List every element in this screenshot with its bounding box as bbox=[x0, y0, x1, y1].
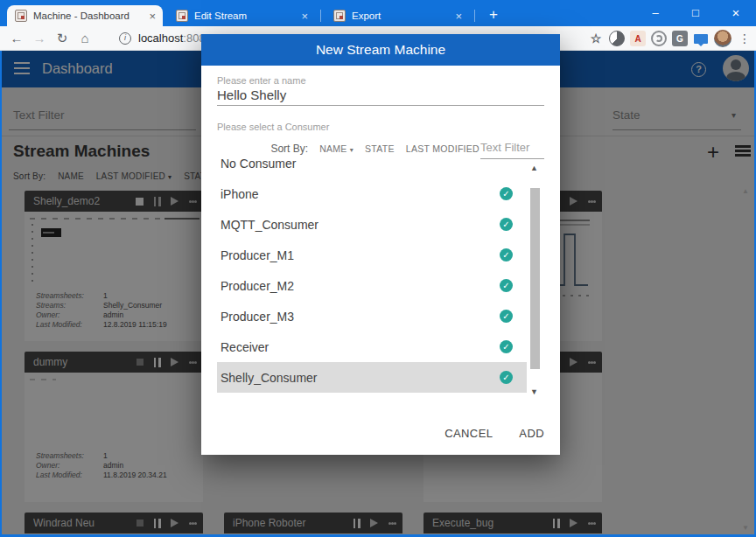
check-icon: ✓ bbox=[500, 371, 513, 384]
consumer-select-label: Please select a Consumer bbox=[217, 122, 329, 132]
url-host: localhost bbox=[138, 31, 183, 45]
check-icon: ✓ bbox=[500, 248, 513, 262]
add-button[interactable]: ADD bbox=[519, 427, 544, 440]
tab-export[interactable]: Export × bbox=[326, 5, 469, 26]
consumer-row-no-consumer[interactable]: No Consumer bbox=[217, 157, 527, 178]
forward-icon[interactable]: → bbox=[28, 31, 51, 45]
browser-window: Machine - Dashboard × Edit Stream × Expo… bbox=[0, 0, 756, 537]
list-scroll-down-icon[interactable]: ▼ bbox=[530, 387, 538, 396]
tab-close-icon[interactable]: × bbox=[149, 10, 156, 23]
window-close-button[interactable]: × bbox=[716, 0, 756, 26]
tab-title: Machine - Dashboard bbox=[33, 10, 143, 21]
dialog-actions: CANCEL ADD bbox=[444, 427, 544, 440]
back-icon[interactable]: ← bbox=[5, 31, 28, 45]
tab-title: Export bbox=[352, 10, 449, 21]
check-icon: ✓ bbox=[500, 340, 513, 353]
browser-profile-avatar[interactable] bbox=[714, 30, 732, 47]
tab-separator bbox=[474, 10, 475, 22]
list-scroll-up-icon[interactable]: ▲ bbox=[530, 164, 538, 172]
browser-titlebar: Machine - Dashboard × Edit Stream × Expo… bbox=[0, 0, 756, 26]
check-icon: ✓ bbox=[500, 310, 513, 323]
extension-swirl-icon[interactable] bbox=[651, 31, 667, 46]
consumer-row-iphone[interactable]: iPhone✓ bbox=[217, 178, 527, 209]
streamsheets-favicon bbox=[333, 10, 346, 22]
list-scrollbar-thumb[interactable] bbox=[530, 188, 540, 369]
check-icon: ✓ bbox=[500, 187, 513, 200]
name-input-underline bbox=[217, 105, 544, 106]
extension-g-icon[interactable]: G bbox=[672, 31, 688, 46]
extension-pdf-icon[interactable]: A bbox=[630, 31, 646, 46]
sort-option-last-modified[interactable]: LAST MODIFIED bbox=[406, 143, 480, 154]
consumer-row-producer-m3[interactable]: Producer_M3✓ bbox=[217, 301, 527, 331]
tab-close-icon[interactable]: × bbox=[301, 10, 308, 23]
consumer-row-mqtt-consumer[interactable]: MQTT_Consumer✓ bbox=[217, 209, 527, 240]
dialog-text-filter-input[interactable]: Text Filter bbox=[480, 141, 529, 154]
window-maximize-button[interactable]: □ bbox=[676, 0, 716, 26]
home-icon[interactable]: ⌂ bbox=[74, 31, 96, 45]
toolbar-right-icons: ☆ A G ⋮ bbox=[588, 26, 752, 51]
consumer-row-producer-m1[interactable]: Producer_M1✓ bbox=[217, 240, 527, 270]
tab-edit-stream[interactable]: Edit Stream × bbox=[168, 5, 315, 26]
check-icon: ✓ bbox=[500, 279, 513, 292]
cast-screen-icon[interactable] bbox=[693, 31, 709, 46]
bookmark-star-icon[interactable]: ☆ bbox=[588, 31, 604, 46]
dialog-sort-bar: Sort By: NAME▾ STATE LAST MODIFIED bbox=[270, 143, 480, 155]
tab-separator bbox=[320, 10, 321, 22]
browser-menu-icon[interactable]: ⋮ bbox=[737, 31, 752, 45]
tab-machine-dashboard[interactable]: Machine - Dashboard × bbox=[7, 5, 163, 26]
sort-option-name[interactable]: NAME▾ bbox=[319, 143, 354, 154]
new-stream-machine-dialog: New Stream Machine Please enter a name H… bbox=[201, 34, 560, 455]
streamsheets-favicon bbox=[15, 10, 27, 22]
sort-by-label: Sort By: bbox=[270, 143, 308, 155]
tab-title: Edit Stream bbox=[194, 10, 295, 21]
extension-contrast-icon[interactable] bbox=[609, 31, 625, 46]
name-field-label: Please enter a name bbox=[217, 75, 306, 86]
consumer-row-receiver[interactable]: Receiver✓ bbox=[217, 331, 527, 362]
reload-icon[interactable]: ↻ bbox=[51, 31, 74, 46]
new-tab-button[interactable]: + bbox=[483, 4, 504, 25]
consumer-list: No Consumer iPhone✓ MQTT_Consumer✓ Produ… bbox=[217, 157, 527, 400]
streamsheets-favicon bbox=[176, 10, 188, 22]
sort-caret-icon: ▾ bbox=[350, 146, 354, 154]
name-input[interactable]: Hello Shelly bbox=[217, 87, 286, 102]
check-icon: ✓ bbox=[500, 218, 513, 231]
cancel-button[interactable]: CANCEL bbox=[444, 427, 493, 440]
sort-option-state[interactable]: STATE bbox=[365, 143, 395, 154]
dialog-title: New Stream Machine bbox=[201, 34, 560, 66]
consumer-row-producer-m2[interactable]: Producer_M2✓ bbox=[217, 270, 527, 301]
tab-close-icon[interactable]: × bbox=[455, 10, 462, 23]
site-info-icon[interactable]: i bbox=[119, 32, 131, 45]
consumer-row-shelly-consumer[interactable]: Shelly_Consumer✓ bbox=[217, 362, 527, 393]
window-minimize-button[interactable]: – bbox=[635, 0, 676, 26]
